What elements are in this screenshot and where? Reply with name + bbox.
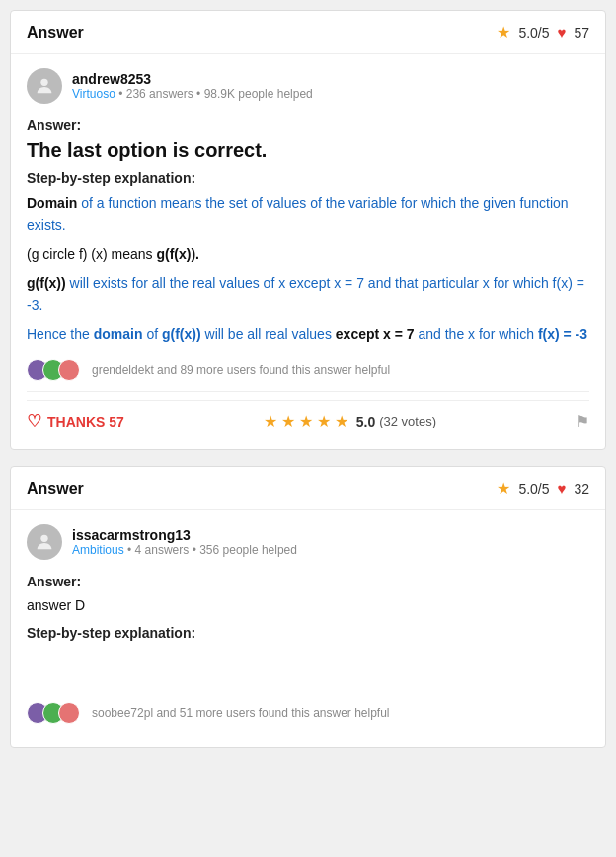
helpful-text-1: grendeldekt and 89 more users found this…	[92, 363, 390, 377]
star-2: ★	[281, 412, 295, 430]
svg-point-0	[40, 79, 47, 86]
heart-count-1: 57	[574, 25, 589, 40]
votes-text-1: (32 votes)	[379, 414, 436, 428]
thanks-heart-icon: ♡	[27, 411, 41, 431]
star-5: ★	[335, 412, 348, 430]
step-label-2: Step-by-step explanation:	[27, 625, 589, 641]
helpful-avatars-1	[27, 359, 74, 381]
para-3: g(f(x)) will exists for all the real val…	[27, 273, 589, 316]
answer-main-text-1: The last option is correct.	[27, 139, 589, 162]
user-badge-2: Ambitious	[72, 543, 124, 557]
divider-1	[27, 391, 589, 392]
user-helped-2: 356 people helped	[199, 543, 297, 557]
thanks-button-1[interactable]: ♡ THANKS 57	[27, 411, 124, 431]
answer-body-1: andrew8253 Virtuoso • 236 answers • 98.9…	[11, 54, 605, 449]
heart-icon-2: ♥	[558, 480, 567, 497]
para-4-fx: f(x) = -3	[538, 326, 587, 342]
user-badge-1: Virtuoso	[72, 87, 116, 101]
user-answers-2: 4 answers	[135, 543, 190, 557]
star-4: ★	[317, 412, 331, 430]
answer-header-2: Answer ★ 5.0/5 ♥ 32	[11, 467, 605, 510]
rating-text-1: 5.0/5	[518, 25, 549, 40]
username-1: andrew8253	[72, 71, 313, 87]
thanks-label-1: THANKS 57	[47, 414, 124, 429]
answer-label-2: Answer:	[27, 574, 589, 589]
rating-value-1: 5.0	[356, 414, 375, 429]
user-sep2-1: •	[196, 87, 204, 101]
user-sep-2: •	[127, 543, 135, 557]
step-label-1: Step-by-step explanation:	[27, 170, 589, 186]
flag-icon-1[interactable]: ⚑	[576, 412, 589, 430]
user-info-1: andrew8253 Virtuoso • 236 answers • 98.9…	[27, 68, 589, 104]
helper2-avatar-3	[58, 702, 80, 724]
rating-text-2: 5.0/5	[518, 481, 549, 497]
answer-title-2: Answer	[27, 480, 84, 498]
answer-meta-1: ★ 5.0/5 ♥ 57	[497, 23, 589, 41]
helpful-row-2: soobee72pl and 51 more users found this …	[27, 702, 589, 724]
answer-header-1: Answer ★ 5.0/5 ♥ 57	[11, 11, 605, 54]
star-3: ★	[299, 412, 313, 430]
user-details-1: andrew8253 Virtuoso • 236 answers • 98.9…	[72, 71, 313, 101]
gfx-bold-1: g(f(x)).	[156, 246, 199, 262]
para-2: (g circle f) (x) means g(f(x)).	[27, 244, 589, 266]
user-answers-1: 236 answers	[126, 87, 193, 101]
answer-meta-2: ★ 5.0/5 ♥ 32	[497, 479, 589, 498]
star-icon-2: ★	[497, 479, 510, 498]
heart-icon-1: ♥	[558, 24, 567, 40]
user-sep-1: •	[118, 87, 126, 101]
svg-point-1	[40, 535, 47, 542]
para-1-blue: of a function means the set of values of…	[27, 195, 569, 233]
avatar-2	[27, 524, 62, 560]
helpful-avatars-2	[27, 702, 74, 724]
answer-card-1: Answer ★ 5.0/5 ♥ 57 andrew8253 Virtuoso …	[10, 10, 606, 450]
user-meta-2: Ambitious • 4 answers • 356 people helpe…	[72, 543, 297, 557]
answer-title-1: Answer	[27, 24, 84, 41]
helpful-row-1: grendeldekt and 89 more users found this…	[27, 359, 589, 381]
answer-text-2: answer D	[27, 595, 589, 617]
answer-card-2: Answer ★ 5.0/5 ♥ 32 issacarmstrong13 Amb…	[10, 466, 606, 748]
para-4-gfx: g(f(x))	[162, 326, 201, 342]
user-helped-1: 98.9K people helped	[204, 87, 313, 101]
para-4-except: except x = 7	[336, 326, 415, 342]
helper-avatar-3	[58, 359, 80, 381]
para-4-domain: domain	[94, 326, 143, 342]
heart-count-2: 32	[574, 481, 589, 497]
user-info-2: issacarmstrong13 Ambitious • 4 answers •…	[27, 524, 589, 560]
helpful-text-2: soobee72pl and 51 more users found this …	[92, 706, 390, 720]
star-icon-1: ★	[497, 23, 510, 41]
para-3-blue: will exists for all the real values of x…	[27, 275, 584, 313]
answer-label-1: Answer:	[27, 117, 589, 133]
para-4-and: and the x for which	[418, 326, 537, 342]
user-meta-1: Virtuoso • 236 answers • 98.9K people he…	[72, 87, 313, 101]
para-4-of: of	[146, 326, 162, 342]
avatar-1	[27, 68, 62, 104]
user-details-2: issacarmstrong13 Ambitious • 4 answers •…	[72, 527, 297, 557]
domain-bold: Domain	[27, 195, 77, 211]
gfx-bold-2: g(f(x))	[27, 275, 66, 291]
para-4-hence: Hence the	[27, 326, 94, 342]
star-1: ★	[264, 412, 277, 430]
stars-row-1: ★ ★ ★ ★ ★ 5.0 (32 votes)	[264, 412, 436, 430]
para-4: Hence the domain of g(f(x)) will be all …	[27, 324, 589, 346]
step-content-2	[27, 649, 589, 688]
para-1: Domain of a function means the set of va…	[27, 194, 589, 236]
para-4-will: will be all real values	[205, 326, 336, 342]
username-2: issacarmstrong13	[72, 527, 297, 543]
answer-body-2: issacarmstrong13 Ambitious • 4 answers •…	[11, 510, 605, 747]
thanks-row-1: ♡ THANKS 57 ★ ★ ★ ★ ★ 5.0 (32 votes) ⚑	[27, 400, 589, 435]
